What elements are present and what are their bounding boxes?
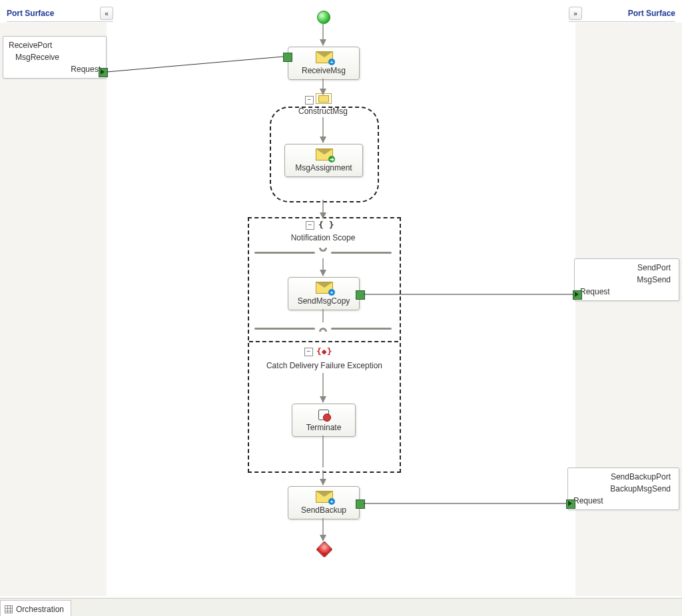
send-port-shape[interactable]: SendPort MsgSend Request: [574, 258, 679, 301]
collapse-right-port-surface-button[interactable]: »: [569, 7, 582, 20]
send-badge-icon: +: [328, 289, 335, 296]
assignment-badge-icon: ➜: [328, 156, 335, 162]
send-port-connector[interactable]: [573, 290, 582, 300]
receive-shape-in-connector[interactable]: [283, 53, 292, 62]
port-name: ReceivePort: [9, 41, 101, 50]
shape-label: ReceiveMsg: [288, 65, 359, 79]
shape-label: MsgAssignment: [285, 162, 362, 176]
shape-label: SendBackup: [288, 504, 359, 519]
message-assignment-shape[interactable]: ➜ MsgAssignment: [284, 144, 363, 177]
port-operation: BackupMsgSend: [573, 484, 671, 493]
scope-label: Notification Scope: [270, 233, 376, 242]
port-part: Request: [9, 65, 101, 74]
scope-separator: [249, 341, 398, 342]
exception-icon: {◆}: [316, 346, 332, 356]
port-operation: MsgReceive: [15, 53, 101, 62]
port-part: Request: [580, 287, 673, 296]
receive-shape[interactable]: + ReceiveMsg: [288, 47, 360, 80]
collapse-scope-button[interactable]: −: [306, 221, 314, 230]
envelope-icon: +: [316, 51, 333, 63]
send-shape[interactable]: + SendMsgCopy: [288, 277, 360, 310]
collapse-construct-scope-button[interactable]: −: [305, 96, 314, 105]
svg-line-10: [107, 57, 283, 72]
terminate-icon: [318, 408, 330, 420]
send-backup-port-connector[interactable]: [566, 499, 575, 509]
orchestration-designer-canvas[interactable]: Port Surface « » Port Surface ReceivePor…: [0, 0, 682, 596]
shape-label: SendMsgCopy: [288, 295, 359, 310]
port-surface-right-title: Port Surface: [628, 9, 675, 18]
send-backup-shape-out-connector[interactable]: [356, 499, 365, 509]
port-part: Request: [573, 496, 673, 505]
designer-tab-strip: Orchestration: [0, 598, 682, 616]
construct-scope-label: ConstructMsg: [270, 107, 376, 116]
send-backup-shape[interactable]: + SendBackup: [288, 486, 360, 519]
scope-top-bracket: [254, 248, 392, 257]
receive-port-shape[interactable]: ReceivePort MsgReceive Request: [3, 36, 107, 79]
receive-port-connector[interactable]: [99, 68, 108, 77]
envelope-icon: +: [316, 491, 333, 503]
receive-badge-icon: +: [328, 59, 335, 65]
collapse-left-port-surface-button[interactable]: «: [100, 7, 113, 20]
orchestration-tab[interactable]: Orchestration: [0, 600, 71, 616]
port-name: SendPort: [580, 263, 671, 272]
collapse-catch-block-button[interactable]: −: [304, 348, 313, 356]
port-name: SendBackupPort: [573, 472, 671, 481]
shape-label: Terminate: [292, 422, 355, 436]
port-surface-left-header: Port Surface «: [7, 5, 113, 22]
port-surface-left-title: Port Surface: [7, 9, 54, 18]
envelope-icon: ➜: [316, 149, 333, 160]
port-operation: MsgSend: [580, 275, 671, 284]
scope-bottom-bracket: [254, 324, 392, 333]
construct-message-icon: [316, 93, 332, 104]
send-badge-icon: +: [328, 498, 335, 505]
orchestration-end[interactable]: [316, 541, 332, 557]
terminate-shape[interactable]: Terminate: [292, 404, 356, 437]
catch-block-label: Catch Delivery Failure Exception: [261, 361, 388, 370]
orchestration-start[interactable]: [317, 11, 330, 24]
port-surface-right-header: » Port Surface: [569, 5, 675, 22]
scope-icon: { }: [318, 220, 334, 230]
orchestration-tab-label: Orchestration: [16, 605, 64, 614]
envelope-icon: +: [316, 282, 333, 294]
send-shape-out-connector[interactable]: [356, 290, 365, 300]
left-port-surface: [0, 23, 107, 596]
send-backup-port-shape[interactable]: SendBackupPort BackupMsgSend Request: [567, 467, 679, 510]
orchestration-tab-icon: [5, 605, 13, 613]
